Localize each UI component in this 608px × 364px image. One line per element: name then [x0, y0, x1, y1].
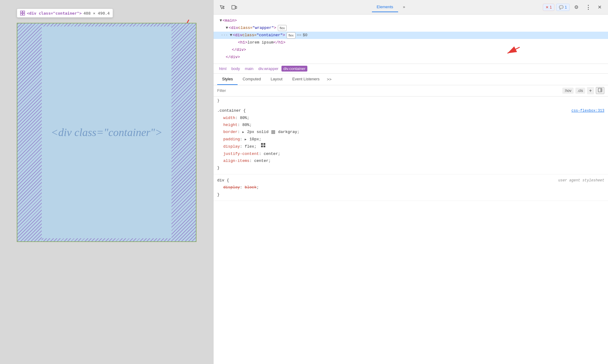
tag-main: <main> — [223, 17, 237, 24]
tree-row-h1[interactable]: <h1>lorem ipsum</h1> — [214, 39, 608, 46]
css-selector-container: .container { — [217, 107, 246, 114]
breadcrumb-body[interactable]: body — [230, 66, 242, 72]
breadcrumb-container[interactable]: div.container — [281, 66, 307, 72]
css-prop-border: border: ▶ 2px solid darkgray; — [217, 128, 604, 135]
element-tooltip: <div class="container"> 408 × 490.4 — [17, 9, 113, 18]
padding-top-visual — [42, 23, 171, 26]
css-selector-div: div { — [217, 177, 229, 184]
svg-rect-15 — [263, 145, 265, 147]
partial-rule-indicator: } — [214, 96, 608, 105]
close-devtools-icon[interactable]: ✕ — [595, 2, 604, 12]
wrapper-flex-badge[interactable]: flex — [278, 25, 287, 31]
filter-input[interactable] — [217, 88, 560, 93]
tab-more-top[interactable]: » — [398, 2, 410, 12]
device-toggle-icon[interactable] — [229, 2, 239, 12]
padding-left-visual — [17, 23, 42, 241]
svg-rect-6 — [232, 5, 235, 9]
svg-rect-12 — [261, 143, 263, 145]
css-source-container[interactable]: css-flexbox:313 — [571, 108, 604, 114]
svg-rect-3 — [23, 13, 25, 15]
toolbar-right-section: ✕ 1 💬 1 ⚙ ⋮ ✕ — [543, 2, 604, 12]
inspect-icon[interactable] — [217, 2, 227, 12]
hov-button[interactable]: :hov — [562, 88, 574, 94]
dollar-zero-badge: $0 — [303, 32, 308, 39]
filter-bar: :hov .cls + — [214, 85, 608, 96]
lorem-ipsum: <div class="container"> — [51, 126, 162, 139]
tab-more-styles[interactable]: >> — [324, 74, 334, 85]
css-prop-justify-content: justify-content: center; — [217, 150, 604, 157]
css-prop-width: width: 80%; — [217, 114, 604, 121]
css-rule-close-1: } — [217, 164, 604, 171]
elements-tree: ▼ <main> ▼ <div class="wrapper"> flex ··… — [214, 15, 608, 64]
tree-row-main[interactable]: ▼ <main> — [214, 17, 608, 24]
tooltip-element-name: <div class="container"> — [27, 11, 82, 16]
tag-wrapper-open: < — [229, 25, 231, 31]
svg-rect-1 — [23, 11, 25, 13]
styles-content: } .container { css-flexbox:313 width: 80… — [214, 96, 608, 364]
element-icon — [20, 11, 25, 16]
devtools-top-tabs: Elements » — [242, 2, 540, 12]
css-rule-container: .container { css-flexbox:313 width: 80%;… — [214, 105, 608, 174]
viewport-panel: <div class="container"> 408 × 490.4 <div… — [0, 0, 213, 364]
css-source-div: user agent stylesheet — [558, 177, 604, 184]
css-prop-display-block: display: block; — [217, 184, 604, 191]
css-rule-div-header: div { user agent stylesheet — [217, 177, 604, 184]
message-count: 1 — [565, 5, 567, 9]
darkgray-swatch[interactable] — [271, 130, 275, 134]
css-rule-close-2: } — [217, 191, 604, 198]
tab-elements[interactable]: Elements — [372, 2, 398, 12]
error-count: 1 — [550, 5, 552, 9]
breadcrumb-main[interactable]: main — [243, 66, 255, 72]
svg-rect-2 — [20, 13, 22, 15]
devtools-toolbar: Elements » ✕ 1 💬 1 ⚙ ⋮ ✕ — [214, 0, 608, 15]
cls-button[interactable]: .cls — [575, 88, 585, 94]
css-rule-div: div { user agent stylesheet display: blo… — [214, 174, 608, 201]
svg-rect-0 — [20, 11, 22, 13]
tooltip-dimensions: 408 × 490.4 — [83, 11, 110, 16]
add-style-button[interactable]: + — [587, 87, 594, 94]
flex-icon[interactable] — [261, 143, 266, 150]
more-options-icon[interactable]: ⋮ — [583, 2, 593, 12]
breadcrumb-bar: html body main div.wrapper div.container — [214, 64, 608, 74]
padding-expand-triangle[interactable]: ▶ — [245, 138, 246, 141]
toggle-sidebar-button[interactable] — [596, 87, 604, 94]
tree-row-wrapper[interactable]: ▼ <div class="wrapper"> flex — [214, 24, 608, 32]
tree-row-container[interactable]: ··· ▼ <div class="container"> flex == $0 — [214, 32, 608, 39]
tag-container-open: < — [233, 32, 235, 39]
css-rule-header: .container { css-flexbox:313 — [217, 107, 604, 114]
breadcrumb-wrapper[interactable]: div.wrapper — [256, 66, 280, 72]
css-prop-padding: padding: ▶ 10px; — [217, 136, 604, 143]
css-prop-display: display: flex; — [217, 143, 604, 150]
svg-rect-11 — [600, 88, 602, 92]
svg-rect-14 — [261, 145, 263, 147]
svg-rect-13 — [263, 143, 265, 145]
padding-bottom-visual — [42, 238, 171, 241]
css-prop-align-items: align-items: center; — [217, 157, 604, 164]
settings-icon[interactable]: ⚙ — [571, 2, 581, 12]
error-badge[interactable]: ✕ 1 — [543, 4, 555, 11]
devtools-panel: Elements » ✕ 1 💬 1 ⚙ ⋮ ✕ ▼ <main> ▼ — [213, 0, 608, 364]
tree-row-div-close2[interactable]: </div> — [214, 54, 608, 61]
svg-rect-7 — [235, 6, 237, 9]
border-expand-triangle[interactable]: ▶ — [242, 131, 244, 134]
css-prop-height: height: 80%; — [217, 121, 604, 128]
tree-row-div-close1[interactable]: </div> — [214, 46, 608, 54]
container-visualization: <div class="container"> — [17, 23, 196, 242]
filter-actions: :hov .cls + — [562, 87, 604, 94]
tab-styles[interactable]: Styles — [217, 74, 238, 85]
container-flex-badge[interactable]: flex — [287, 32, 295, 39]
message-badge[interactable]: 💬 1 — [556, 4, 570, 11]
breadcrumb-html[interactable]: html — [217, 66, 228, 72]
padding-right-visual — [171, 23, 196, 241]
styles-tabs-bar: Styles Computed Layout Event Listeners >… — [214, 74, 608, 85]
tab-event-listeners[interactable]: Event Listeners — [287, 74, 324, 85]
tab-layout[interactable]: Layout — [266, 74, 287, 85]
tab-computed[interactable]: Computed — [238, 74, 266, 85]
